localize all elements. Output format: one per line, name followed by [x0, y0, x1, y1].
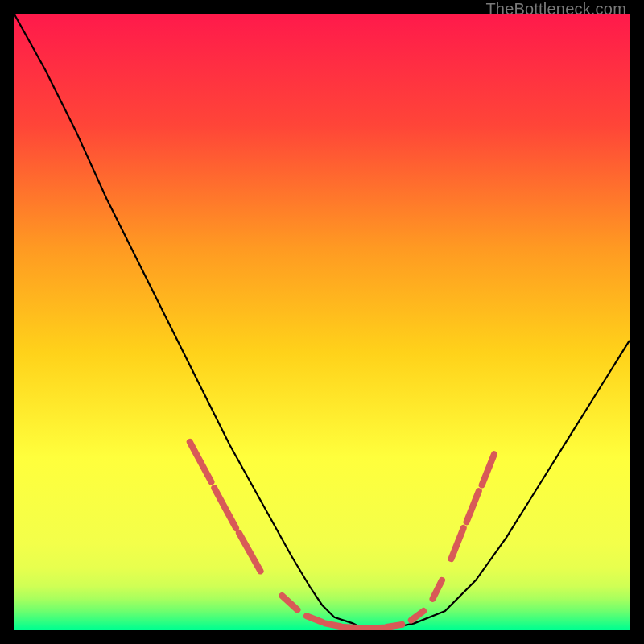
- watermark-text: TheBottleneck.com: [485, 0, 626, 19]
- dash-segment: [368, 628, 383, 629]
- gradient-background: [14, 14, 630, 630]
- dash-segment: [325, 623, 341, 626]
- dash-segment: [386, 625, 402, 627]
- chart-frame: [14, 14, 630, 630]
- dash-segment: [344, 627, 365, 629]
- chart-svg: [14, 14, 630, 630]
